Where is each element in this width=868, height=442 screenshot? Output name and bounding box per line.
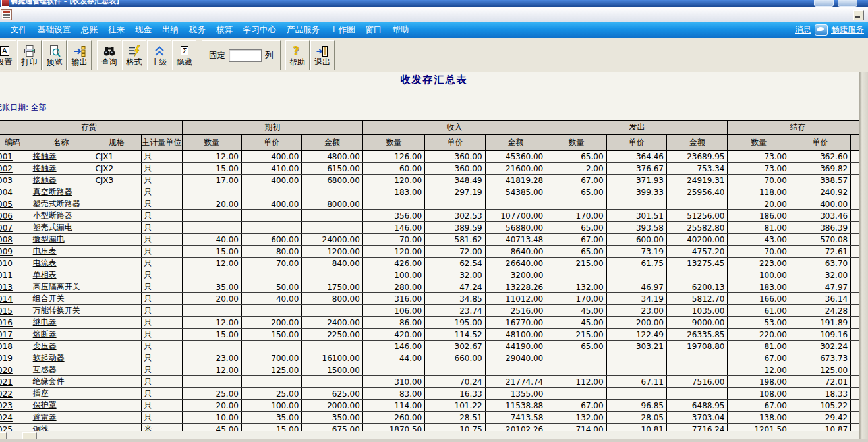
hide-icon: Σ — [178, 45, 191, 58]
cell-in-qty: 420.00 — [362, 329, 424, 341]
cell-begin-qty: 17.00 — [182, 175, 241, 186]
cell-name[interactable]: 保护罩 — [30, 400, 92, 412]
cell-code[interactable]: 024 — [0, 412, 30, 424]
cell-code[interactable]: 017 — [0, 329, 30, 341]
cell-name[interactable]: 微型漏电 — [30, 234, 92, 246]
cell-code[interactable]: 004 — [0, 186, 30, 198]
cell-name[interactable]: 继电器 — [30, 317, 92, 329]
cell-begin-qty: 20.00 — [182, 198, 241, 210]
cell-name[interactable]: 接触器 — [30, 175, 92, 186]
cell-name[interactable]: 避雷器 — [30, 412, 92, 424]
cell-name[interactable]: 高压隔离开关 — [30, 281, 92, 293]
menu-costing[interactable]: 核算 — [211, 24, 238, 36]
cell-code[interactable]: 019 — [0, 352, 30, 364]
menu-learning-center[interactable]: 学习中心 — [238, 24, 281, 36]
cell-begin-price — [241, 305, 301, 317]
cell-name[interactable]: 塑壳式漏电 — [30, 222, 92, 234]
cell-code[interactable]: 022 — [0, 388, 30, 400]
window-close-button[interactable] — [838, 0, 857, 7]
menu-help[interactable]: 帮助 — [388, 24, 415, 36]
menu-tax[interactable]: 税务 — [184, 24, 211, 36]
cell-code[interactable]: 011 — [0, 269, 30, 281]
menu-product-services[interactable]: 产品服务 — [281, 24, 325, 36]
cell-in-amount — [485, 364, 546, 376]
cell-name[interactable]: 小型断路器 — [30, 210, 92, 222]
cell-name[interactable]: 变压器 — [30, 341, 92, 352]
cell-name[interactable]: 软起动器 — [30, 352, 92, 364]
help-button[interactable]: ? ? 帮助 — [285, 40, 310, 70]
message-link[interactable]: 消息 — [795, 24, 811, 36]
table-row: 016继电器只12.00200.002400.0086.00195.001677… — [0, 317, 868, 329]
settings-button[interactable]: A 设置 — [0, 40, 16, 70]
chanjet-service-link[interactable]: 畅捷服务 — [831, 24, 864, 36]
cell-in-amount: 48100.00 — [485, 329, 546, 341]
cell-out-qty: 170.00 — [546, 293, 606, 305]
menu-work-circle[interactable]: 工作圈 — [325, 24, 361, 36]
cell-bal-price: 109.16 — [790, 329, 850, 341]
window-minimize-button[interactable] — [814, 0, 834, 7]
menu-file[interactable]: 文件 — [5, 24, 32, 36]
cell-name[interactable]: 熔断器 — [30, 329, 92, 341]
cell-code[interactable]: 002 — [0, 163, 30, 175]
cell-name[interactable]: 万能转换开关 — [30, 305, 92, 317]
cell-code[interactable]: 015 — [0, 305, 30, 317]
print-button[interactable]: 打印 — [17, 40, 42, 70]
menu-cash[interactable]: 现金 — [130, 24, 157, 36]
cell-code[interactable]: 006 — [0, 210, 30, 222]
cell-code[interactable]: 001 — [0, 150, 30, 163]
cell-out-price: 73.19 — [606, 246, 666, 258]
preview-button[interactable]: 预览 — [42, 40, 67, 70]
mdi-restore-button[interactable] — [853, 10, 864, 20]
cell-code[interactable]: 009 — [0, 246, 30, 258]
menu-window[interactable]: 窗口 — [361, 24, 388, 36]
cell-code[interactable]: 014 — [0, 293, 30, 305]
cell-spec — [92, 198, 141, 210]
cell-in-price: 348.49 — [425, 175, 485, 186]
cell-code[interactable]: 010 — [0, 258, 30, 269]
cell-code[interactable]: 016 — [0, 317, 30, 329]
hide-button[interactable]: Σ 隐藏 — [172, 40, 196, 70]
cell-name[interactable]: 插座 — [30, 388, 92, 400]
cell-name[interactable]: 接触器 — [30, 163, 92, 175]
cell-out-amount — [666, 352, 728, 364]
menu-receivables[interactable]: 往来 — [103, 24, 130, 36]
cell-name[interactable]: 塑壳式断路器 — [30, 198, 92, 210]
cell-unit: 只 — [141, 163, 182, 175]
cell-name[interactable]: 互感器 — [30, 364, 92, 376]
export-button[interactable]: 输出 — [67, 40, 92, 70]
cell-begin-amount: 625.00 — [302, 388, 363, 400]
svg-text:Σ: Σ — [183, 47, 187, 54]
cell-code[interactable]: 020 — [0, 364, 30, 376]
cell-code[interactable]: 008 — [0, 234, 30, 246]
up-level-icon — [153, 45, 166, 58]
menu-basic-setup[interactable]: 基础设置 — [32, 24, 76, 36]
cell-name[interactable]: 绝缘套件 — [30, 376, 92, 388]
query-button[interactable]: 查询 — [97, 40, 121, 70]
cell-name[interactable]: 接触器 — [30, 150, 92, 163]
cell-name[interactable]: 单相表 — [30, 269, 92, 281]
cell-name[interactable]: 组合开关 — [30, 293, 92, 305]
cell-name[interactable]: 电压表 — [30, 246, 92, 258]
cell-name[interactable]: 电流表 — [30, 258, 92, 269]
cell-code[interactable]: 021 — [0, 376, 30, 388]
up-level-button[interactable]: 上级 — [147, 40, 171, 70]
exit-button[interactable]: 退出 — [310, 40, 335, 70]
cell-in-price: 660.00 — [425, 352, 485, 364]
cell-in-amount: 45360.00 — [485, 150, 546, 163]
format-button[interactable]: 格式 — [122, 40, 146, 70]
cell-code[interactable]: 013 — [0, 281, 30, 293]
cell-code[interactable]: 005 — [0, 198, 30, 210]
fixed-columns-input[interactable] — [229, 49, 262, 62]
cell-code[interactable]: 018 — [0, 341, 30, 352]
menu-cashier[interactable]: 出纳 — [157, 24, 184, 36]
menu-general-ledger[interactable]: 总账 — [76, 24, 103, 36]
cell-code[interactable]: 023 — [0, 400, 30, 412]
cell-bal-price: 29.42 — [790, 412, 850, 424]
message-bubble-icon[interactable] — [815, 24, 828, 36]
cell-bal-price: 302.24 — [790, 341, 850, 352]
cell-unit: 只 — [141, 222, 182, 234]
cell-code[interactable]: 003 — [0, 175, 30, 186]
cell-code[interactable]: 007 — [0, 222, 30, 234]
cell-name[interactable]: 真空断路器 — [30, 186, 92, 198]
cell-in-price: 114.52 — [425, 329, 485, 341]
